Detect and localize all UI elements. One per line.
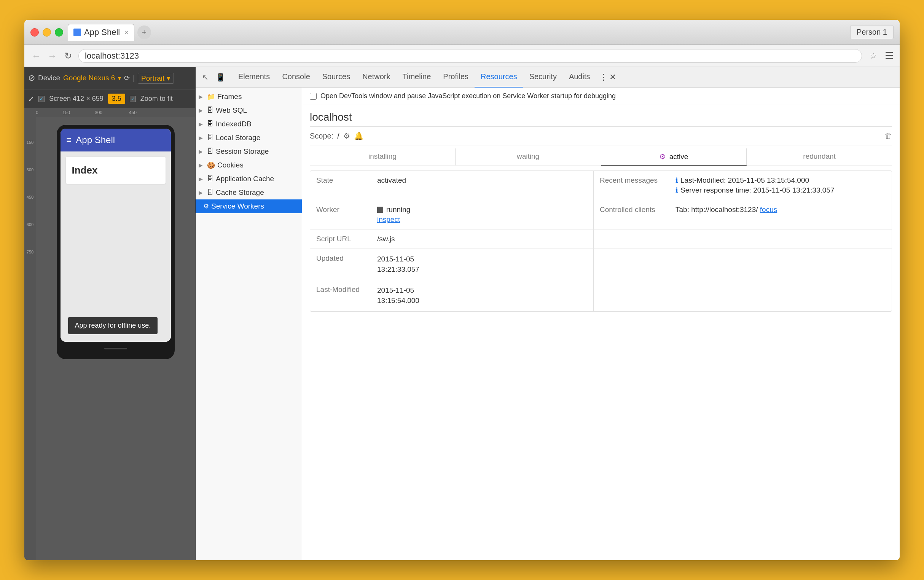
tab-security[interactable]: Security (523, 67, 563, 87)
resize-icon: ⤢ (28, 95, 34, 103)
tab-console[interactable]: Console (276, 67, 316, 87)
delete-icon[interactable]: 🗑 (884, 132, 892, 140)
msg2-info-icon: ℹ (675, 186, 678, 194)
devtools-content: ▶ 📁 Frames ▶ 🗄 Web SQL ▶ 🗄 IndexedDB (196, 87, 900, 560)
device-panel: ⊘ Device Google Nexus 6 ▾ ⟳ | Portrait ▾… (24, 67, 196, 560)
device-subbar: ⤢ Screen 412 × 659 3.5 Zoom to fit (24, 89, 195, 108)
close-button[interactable] (30, 28, 39, 36)
sidebar-item-frames[interactable]: ▶ 📁 Frames (196, 90, 302, 104)
empty-cell-5 (593, 280, 669, 311)
maximize-button[interactable] (55, 28, 63, 36)
title-bar: App Shell × + Person 1 (24, 20, 900, 45)
tab-installing[interactable]: installing (310, 148, 456, 166)
sidebar-item-websql[interactable]: ▶ 🗄 Web SQL (196, 104, 302, 117)
back-button[interactable]: ← (30, 51, 42, 61)
active-dot-icon: ⚙ (659, 153, 665, 161)
msg1-text: Last-Modified: 2015-11-05 13:15:54.000 (680, 176, 809, 185)
controlled-clients-value: Tab: http://localhost:3123/ focus (669, 200, 892, 229)
updated-date: 2015-11-0513:21:33.057 (377, 254, 587, 274)
waiting-label: waiting (517, 152, 539, 160)
url-input[interactable]: localhost:3123 (78, 49, 862, 63)
sidebar-item-sessionstorage[interactable]: ▶ 🗄 Session Storage (196, 145, 302, 158)
sw-scope-row: Scope: / ⚙ 🔔 🗑 (310, 127, 892, 145)
updated-label: Updated (310, 249, 371, 280)
url-text: localhost:3123 (85, 51, 139, 61)
last-modified-date: 2015-11-0513:15:54.000 (377, 285, 587, 306)
close-devtools-icon[interactable]: ✕ (609, 72, 616, 82)
msg1-info-icon: ℹ (675, 176, 678, 185)
phone-screen: ≡ App Shell Index App ready for offline … (61, 129, 171, 342)
zoom-to-fit-label: Zoom to fit (140, 95, 173, 103)
devtools-icons: ↖ 📱 (199, 72, 226, 83)
device-content-area: ≡ App Shell Index App ready for offline … (36, 117, 195, 560)
scope-value: / (337, 132, 339, 140)
state-label: State (310, 171, 371, 200)
inspect-link[interactable]: inspect (377, 216, 587, 224)
empty-cell-6 (669, 280, 892, 311)
mobile-icon[interactable]: 📱 (215, 72, 226, 83)
resources-sidebar: ▶ 📁 Frames ▶ 🗄 Web SQL ▶ 🗄 IndexedDB (196, 87, 302, 560)
active-label: active (669, 153, 688, 161)
sidebar-item-cookies[interactable]: ▶ 🍪 Cookies (196, 158, 302, 172)
tab-redundant[interactable]: redundant (747, 148, 892, 166)
bookmark-icon[interactable]: ☆ (870, 51, 877, 61)
script-url-value: /sw.js (371, 229, 593, 249)
focus-link[interactable]: focus (760, 206, 777, 214)
tab-audits[interactable]: Audits (563, 67, 596, 87)
sidebar-item-appcache[interactable]: ▶ 🗄 Application Cache (196, 172, 302, 186)
url-bar: ← → ↻ localhost:3123 ☆ ☰ (24, 45, 900, 67)
sidebar-item-serviceworkers[interactable]: ⚙ Service Workers (196, 199, 302, 213)
controlled-clients-label: Controlled clients (593, 200, 669, 229)
toggle-frames: ▶ (199, 94, 205, 100)
cursor-icon[interactable]: ↖ (199, 72, 211, 83)
new-tab-button[interactable]: + (137, 25, 151, 39)
hamburger-icon: ≡ (67, 135, 72, 145)
tab-active[interactable]: ⚙ active (601, 148, 747, 166)
refresh-button[interactable]: ↻ (63, 51, 74, 61)
cache-storage-label: Cache Storage (216, 188, 264, 197)
tab-network[interactable]: Network (356, 67, 396, 87)
device-toolbar: ⊘ Device Google Nexus 6 ▾ ⟳ | Portrait ▾ (24, 67, 195, 89)
ruler-vertical: 150 300 450 600 750 (24, 117, 36, 560)
zoom-badge: 3.5 (108, 94, 125, 104)
tab-close-icon[interactable]: × (124, 28, 128, 36)
forward-button[interactable]: → (46, 51, 58, 61)
app-body: Index App ready for offline use. (61, 152, 171, 342)
updated-value: 2015-11-0513:21:33.057 (371, 249, 593, 280)
device-dropdown-icon[interactable]: ▾ (118, 74, 121, 82)
ruler-area: 0 150 300 450 150 300 450 600 750 (24, 108, 195, 560)
empty-cell-2 (669, 229, 892, 249)
toggle-websql: ▶ (199, 107, 205, 114)
sw-debug-checkbox[interactable] (310, 93, 316, 100)
tab-resources[interactable]: Resources (474, 67, 523, 87)
empty-cell-3 (593, 249, 669, 280)
phone-mockup: ≡ App Shell Index App ready for offline … (57, 125, 175, 359)
screen-checkbox[interactable] (38, 96, 44, 102)
profile-button[interactable]: Person 1 (850, 25, 894, 39)
tab-sources[interactable]: Sources (316, 67, 356, 87)
settings-icon[interactable]: ⚙ (343, 131, 350, 140)
tab-waiting[interactable]: waiting (456, 148, 601, 166)
sidebar-item-indexeddb[interactable]: ▶ 🗄 IndexedDB (196, 117, 302, 131)
zoom-to-fit-checkbox[interactable] (130, 96, 136, 102)
home-indicator (104, 348, 127, 349)
tab-timeline[interactable]: Timeline (397, 67, 437, 87)
tab-elements[interactable]: Elements (232, 67, 276, 87)
last-modified-value: 2015-11-0513:15:54.000 (371, 280, 593, 311)
menu-icon[interactable]: ☰ (885, 50, 894, 62)
toggle-sessionstorage: ▶ (199, 148, 205, 155)
bell-icon[interactable]: 🔔 (354, 131, 364, 140)
sw-host-title: localhost (310, 105, 892, 127)
tab-profiles[interactable]: Profiles (437, 67, 474, 87)
toggle-indexeddb: ▶ (199, 121, 205, 127)
portrait-button[interactable]: Portrait ▾ (138, 72, 174, 84)
stop-icon[interactable] (377, 207, 383, 213)
more-tabs-icon[interactable]: ⋮ (600, 72, 608, 82)
installing-label: installing (368, 152, 397, 160)
rotate-icon[interactable]: ⟳ (124, 74, 130, 82)
sidebar-item-localstorage[interactable]: ▶ 🗄 Local Storage (196, 131, 302, 145)
toggle-localstorage: ▶ (199, 135, 205, 141)
sidebar-item-cachestorage[interactable]: ▶ 🗄 Cache Storage (196, 186, 302, 199)
minimize-button[interactable] (43, 28, 51, 36)
browser-tab-appshell[interactable]: App Shell × (68, 24, 134, 41)
